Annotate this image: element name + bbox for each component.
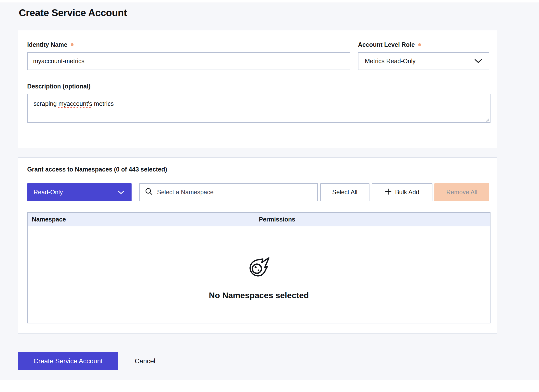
namespaces-table-body: No Namespaces selected (27, 226, 490, 323)
select-all-button[interactable]: Select All (320, 183, 369, 201)
namespace-search-input[interactable] (157, 189, 312, 196)
description-text-prefix: scraping (34, 100, 58, 107)
bottom-edge-strip (0, 380, 539, 392)
description-textarea[interactable]: scraping myaccount's metrics (27, 94, 490, 123)
cancel-button[interactable]: Cancel (135, 352, 155, 370)
account-level-role-value: Metrics Read-Only (365, 58, 416, 65)
bulk-add-label: Bulk Add (395, 189, 419, 196)
namespaces-card: Grant access to Namespaces (0 of 443 sel… (18, 158, 497, 333)
account-level-role-label-row: Account Level Role (358, 41, 489, 48)
permission-role-dropdown[interactable]: Read-Only (27, 183, 132, 201)
bulk-add-button[interactable]: Bulk Add (372, 183, 432, 201)
permission-role-value: Read-Only (34, 189, 63, 196)
identity-name-input[interactable] (27, 52, 350, 70)
column-header-permissions: Permissions (259, 216, 490, 223)
description-text-suffix: metrics (92, 100, 114, 107)
namespace-search-box[interactable] (139, 183, 318, 201)
chevron-down-icon (475, 58, 482, 65)
column-header-namespace: Namespace (28, 216, 259, 223)
identity-name-label: Identity Name (27, 41, 67, 48)
search-icon (145, 187, 153, 197)
description-label: Description (optional) (27, 83, 90, 90)
page-title: Create Service Account (19, 7, 127, 18)
description-label-row: Description (optional) (27, 83, 490, 90)
namespaces-table-header: Namespace Permissions (27, 212, 490, 226)
required-dot-icon (418, 43, 421, 46)
description-text-misspelled: myaccount's (58, 100, 92, 108)
required-dot-icon (71, 43, 74, 46)
comet-icon (248, 255, 270, 279)
create-service-account-button[interactable]: Create Service Account (18, 352, 118, 370)
plus-icon (385, 188, 392, 196)
remove-all-button[interactable]: Remove All (434, 183, 489, 201)
textarea-resize-grip-icon[interactable] (485, 117, 489, 122)
account-level-role-label: Account Level Role (358, 41, 415, 48)
account-level-role-select[interactable]: Metrics Read-Only (358, 52, 489, 70)
select-all-label: Select All (332, 189, 357, 196)
identity-form-card: Identity Name Account Level Role Metrics… (18, 30, 497, 148)
empty-state-message: No Namespaces selected (209, 291, 309, 300)
remove-all-label: Remove All (446, 189, 477, 196)
chevron-down-icon (118, 189, 124, 196)
namespaces-table: Namespace Permissions No Namespaces sele… (27, 212, 490, 323)
namespaces-toolbar: Read-Only Select All (27, 183, 490, 201)
top-edge-strip (0, 0, 539, 2)
identity-name-label-row: Identity Name (27, 41, 350, 48)
namespaces-section-title: Grant access to Namespaces (0 of 443 sel… (27, 166, 490, 173)
